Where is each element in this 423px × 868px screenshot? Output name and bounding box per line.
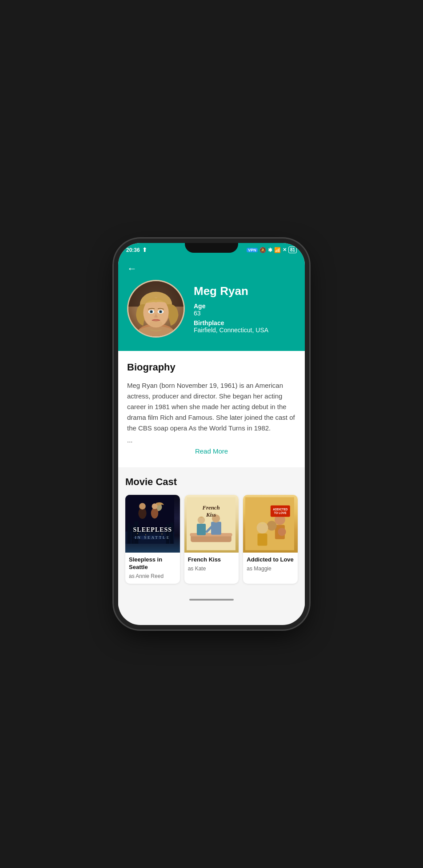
birthplace-value: Fairfield, Connecticut, USA	[194, 326, 268, 334]
svg-text:ADDICTED: ADDICTED	[273, 508, 288, 511]
svg-rect-36	[211, 522, 221, 534]
poster-addicted: ADDICTED TO LOVE	[243, 495, 298, 553]
biography-text: Meg Ryan (born November 19, 1961) is an …	[127, 380, 296, 434]
svg-point-13	[150, 320, 163, 327]
cast-title-addicted: Addicted to Love	[247, 556, 294, 564]
vpn-badge: VPN	[247, 248, 258, 252]
notch	[185, 243, 238, 253]
upload-icon: ⬆	[142, 247, 147, 253]
svg-point-25	[139, 503, 146, 510]
svg-point-49	[278, 528, 286, 536]
svg-rect-18	[128, 523, 131, 544]
header-section: ←	[118, 256, 305, 351]
cast-info-sleepless: Sleepless in Seattle as Annie Reed	[125, 553, 180, 584]
svg-rect-35	[190, 533, 232, 536]
mute-icon: 🔕	[259, 247, 266, 253]
svg-point-12	[160, 311, 162, 313]
biography-ellipsis: ...	[127, 436, 296, 444]
bluetooth-icon: ✱	[268, 247, 272, 253]
cast-role-french: as Kate	[188, 565, 235, 572]
wifi-icon: 📶	[274, 247, 281, 253]
svg-point-47	[257, 522, 268, 534]
age-label: Age	[194, 303, 268, 310]
back-button[interactable]: ←	[127, 263, 137, 275]
cast-title-sleepless: Sleepless in Seattle	[129, 556, 176, 571]
age-value: 63	[194, 310, 268, 317]
cast-title-french: French Kiss	[188, 556, 235, 564]
svg-point-26	[151, 508, 159, 518]
actor-info: Meg Ryan Age 63 Birthplace Fairfield, Co…	[127, 280, 296, 338]
svg-point-15	[160, 309, 162, 311]
cast-role-sleepless: as Annie Reed	[129, 573, 176, 579]
cast-card-french[interactable]: French Kiss French Kiss as Kate	[184, 495, 239, 584]
movie-cast-section: Movie Cast	[118, 467, 305, 594]
svg-text:French: French	[202, 505, 219, 511]
home-bar	[189, 599, 234, 601]
actor-details: Meg Ryan Age 63 Birthplace Fairfield, Co…	[194, 280, 268, 336]
svg-point-46	[267, 521, 277, 531]
cast-card-sleepless[interactable]: SLEEPLESSIN SEATTLE Sleepless in Seattle…	[125, 495, 180, 584]
time: 20:36	[126, 247, 140, 253]
birthplace-label: Birthplace	[194, 319, 268, 326]
poster-french: French Kiss	[184, 495, 239, 553]
svg-text:TO LOVE: TO LOVE	[274, 511, 287, 514]
phone-frame: 20:36 ⬆ VPN 🔕 ✱ 📶 ✕ 81 ←	[118, 243, 305, 625]
svg-rect-48	[258, 534, 267, 546]
svg-point-14	[152, 309, 154, 311]
avatar	[127, 280, 185, 338]
svg-text:Kiss: Kiss	[206, 512, 216, 518]
cast-role-addicted: as Maggie	[247, 565, 294, 572]
read-more-button[interactable]: Read More	[127, 447, 296, 455]
movie-cast-title: Movie Cast	[125, 476, 298, 488]
cast-grid: SLEEPLESSIN SEATTLE Sleepless in Seattle…	[125, 495, 298, 584]
biography-title: Biography	[127, 362, 296, 373]
actor-name: Meg Ryan	[194, 284, 268, 298]
cast-info-french: French Kiss as Kate	[184, 553, 239, 576]
home-indicator	[118, 594, 305, 608]
svg-rect-38	[197, 524, 206, 535]
biography-section: Biography Meg Ryan (born November 19, 19…	[118, 351, 305, 467]
cast-card-addicted[interactable]: ADDICTED TO LOVE Addicted to Love as Mag…	[243, 495, 298, 584]
status-right: VPN 🔕 ✱ 📶 ✕ 81	[247, 247, 297, 253]
battery-indicator: 81	[288, 247, 297, 253]
svg-point-27	[152, 503, 158, 509]
status-left: 20:36 ⬆	[126, 247, 147, 253]
signal-x-icon: ✕	[283, 247, 287, 253]
cast-info-addicted: Addicted to Love as Maggie	[243, 553, 298, 576]
svg-point-9	[151, 311, 152, 313]
poster-sleepless: SLEEPLESSIN SEATTLE	[125, 495, 180, 553]
